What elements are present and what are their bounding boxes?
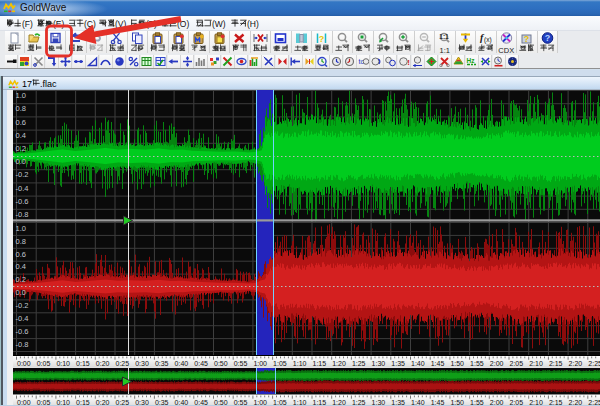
svg-text:-0.6: -0.6 [16, 327, 29, 336]
svg-text:0.6: 0.6 [16, 250, 26, 259]
svg-text:-0.4: -0.4 [16, 314, 29, 323]
svg-text:-0.8: -0.8 [16, 210, 29, 219]
svg-text:0.4: 0.4 [16, 131, 26, 140]
svg-text:0.8: 0.8 [16, 237, 26, 246]
svg-text:?: ? [545, 33, 551, 43]
svg-text:0.0: 0.0 [16, 157, 26, 166]
svg-text:0.4: 0.4 [16, 262, 26, 271]
svg-text:0.6: 0.6 [16, 118, 26, 127]
svg-text:1.0: 1.0 [16, 224, 26, 233]
svg-text:(x): (x) [484, 36, 492, 44]
svg-text:-0.2: -0.2 [16, 170, 29, 179]
svg-text:-0.8: -0.8 [16, 340, 29, 349]
svg-text:1.0: 1.0 [16, 91, 26, 100]
svg-text:-0.4: -0.4 [16, 184, 29, 193]
svg-text:-0.2: -0.2 [16, 301, 29, 310]
svg-text:0.2: 0.2 [16, 144, 26, 153]
svg-text:?: ? [319, 34, 325, 44]
svg-text:0.2: 0.2 [16, 275, 26, 284]
svg-text:1:1: 1:1 [440, 33, 450, 40]
svg-text:-0.6: -0.6 [16, 197, 29, 206]
svg-text:?: ? [524, 34, 530, 44]
svg-text:0.8: 0.8 [16, 104, 26, 113]
svg-text:Hz: Hz [467, 56, 476, 63]
svg-text:!: ! [407, 58, 410, 67]
svg-text:0.0: 0.0 [16, 288, 26, 297]
